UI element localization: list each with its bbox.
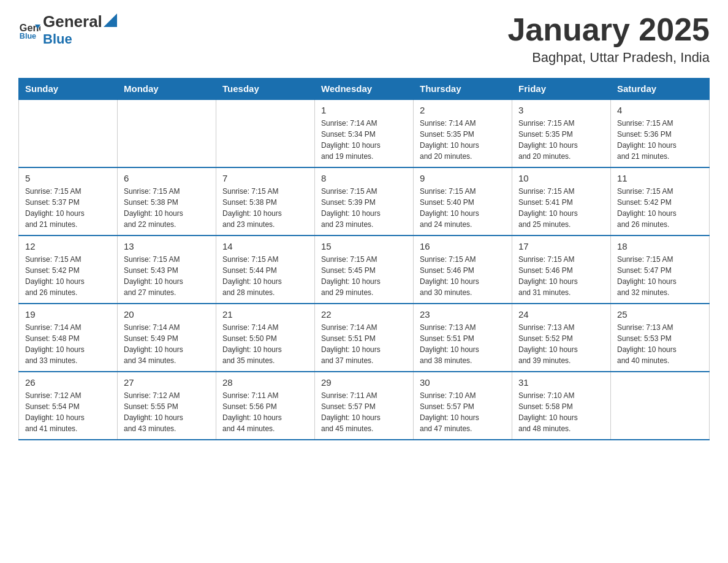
calendar-day-cell: 12Sunrise: 7:15 AM Sunset: 5:42 PM Dayli… xyxy=(19,236,118,304)
logo-icon: General Blue xyxy=(18,19,40,41)
calendar-table: SundayMondayTuesdayWednesdayThursdayFrid… xyxy=(18,78,710,440)
day-info: Sunrise: 7:13 AM Sunset: 5:52 PM Dayligh… xyxy=(518,322,604,366)
calendar-day-cell: 6Sunrise: 7:15 AM Sunset: 5:38 PM Daylig… xyxy=(118,167,216,236)
calendar-header-sunday: Sunday xyxy=(19,79,118,100)
day-number: 19 xyxy=(25,309,111,320)
calendar-day-cell: 4Sunrise: 7:15 AM Sunset: 5:36 PM Daylig… xyxy=(611,99,710,167)
calendar-day-cell xyxy=(216,99,315,167)
day-number: 30 xyxy=(420,377,506,388)
day-info: Sunrise: 7:14 AM Sunset: 5:48 PM Dayligh… xyxy=(25,322,111,366)
day-number: 24 xyxy=(518,309,604,320)
calendar-day-cell: 27Sunrise: 7:12 AM Sunset: 5:55 PM Dayli… xyxy=(118,372,216,440)
calendar-week-row: 1Sunrise: 7:14 AM Sunset: 5:34 PM Daylig… xyxy=(19,99,710,167)
day-number: 14 xyxy=(222,241,308,251)
title-block: January 2025 Baghpat, Uttar Pradesh, Ind… xyxy=(507,12,710,66)
day-info: Sunrise: 7:14 AM Sunset: 5:49 PM Dayligh… xyxy=(124,322,210,366)
day-info: Sunrise: 7:15 AM Sunset: 5:40 PM Dayligh… xyxy=(420,186,506,230)
day-info: Sunrise: 7:10 AM Sunset: 5:58 PM Dayligh… xyxy=(518,390,604,434)
calendar-header-thursday: Thursday xyxy=(414,79,512,100)
day-number: 29 xyxy=(321,377,407,388)
calendar-day-cell: 31Sunrise: 7:10 AM Sunset: 5:58 PM Dayli… xyxy=(512,372,611,440)
calendar-day-cell: 26Sunrise: 7:12 AM Sunset: 5:54 PM Dayli… xyxy=(19,372,118,440)
calendar-header-saturday: Saturday xyxy=(611,79,710,100)
calendar-header-wednesday: Wednesday xyxy=(315,79,414,100)
day-info: Sunrise: 7:15 AM Sunset: 5:38 PM Dayligh… xyxy=(124,186,210,230)
day-number: 6 xyxy=(124,173,210,183)
day-number: 12 xyxy=(25,241,111,251)
calendar-week-row: 12Sunrise: 7:15 AM Sunset: 5:42 PM Dayli… xyxy=(19,236,710,304)
day-info: Sunrise: 7:15 AM Sunset: 5:39 PM Dayligh… xyxy=(321,186,407,230)
day-info: Sunrise: 7:15 AM Sunset: 5:42 PM Dayligh… xyxy=(617,186,703,230)
day-info: Sunrise: 7:11 AM Sunset: 5:57 PM Dayligh… xyxy=(321,390,407,434)
day-number: 18 xyxy=(617,241,703,251)
svg-marker-3 xyxy=(104,13,117,27)
calendar-day-cell: 21Sunrise: 7:14 AM Sunset: 5:50 PM Dayli… xyxy=(216,304,315,372)
calendar-day-cell: 1Sunrise: 7:14 AM Sunset: 5:34 PM Daylig… xyxy=(315,99,414,167)
calendar-day-cell xyxy=(118,99,216,167)
day-number: 21 xyxy=(222,309,308,320)
day-info: Sunrise: 7:15 AM Sunset: 5:46 PM Dayligh… xyxy=(420,254,506,298)
day-number: 15 xyxy=(321,241,407,251)
day-info: Sunrise: 7:13 AM Sunset: 5:51 PM Dayligh… xyxy=(420,322,506,366)
calendar-day-cell: 16Sunrise: 7:15 AM Sunset: 5:46 PM Dayli… xyxy=(414,236,512,304)
day-number: 23 xyxy=(420,309,506,320)
calendar-day-cell: 13Sunrise: 7:15 AM Sunset: 5:43 PM Dayli… xyxy=(118,236,216,304)
calendar-day-cell: 29Sunrise: 7:11 AM Sunset: 5:57 PM Dayli… xyxy=(315,372,414,440)
day-number: 17 xyxy=(518,241,604,251)
day-info: Sunrise: 7:15 AM Sunset: 5:44 PM Dayligh… xyxy=(222,254,308,298)
day-info: Sunrise: 7:15 AM Sunset: 5:38 PM Dayligh… xyxy=(222,186,308,230)
calendar-day-cell: 28Sunrise: 7:11 AM Sunset: 5:56 PM Dayli… xyxy=(216,372,315,440)
calendar-day-cell: 22Sunrise: 7:14 AM Sunset: 5:51 PM Dayli… xyxy=(315,304,414,372)
day-info: Sunrise: 7:15 AM Sunset: 5:45 PM Dayligh… xyxy=(321,254,407,298)
svg-text:Blue: Blue xyxy=(20,32,36,40)
day-number: 13 xyxy=(124,241,210,251)
calendar-day-cell: 25Sunrise: 7:13 AM Sunset: 5:53 PM Dayli… xyxy=(611,304,710,372)
day-info: Sunrise: 7:12 AM Sunset: 5:55 PM Dayligh… xyxy=(124,390,210,434)
calendar-day-cell: 8Sunrise: 7:15 AM Sunset: 5:39 PM Daylig… xyxy=(315,167,414,236)
day-info: Sunrise: 7:10 AM Sunset: 5:57 PM Dayligh… xyxy=(420,390,506,434)
day-number: 5 xyxy=(25,173,111,183)
day-info: Sunrise: 7:15 AM Sunset: 5:37 PM Dayligh… xyxy=(25,186,111,230)
calendar-day-cell: 10Sunrise: 7:15 AM Sunset: 5:41 PM Dayli… xyxy=(512,167,611,236)
calendar-day-cell xyxy=(611,372,710,440)
day-number: 2 xyxy=(420,105,506,115)
day-info: Sunrise: 7:12 AM Sunset: 5:54 PM Dayligh… xyxy=(25,390,111,434)
day-info: Sunrise: 7:15 AM Sunset: 5:35 PM Dayligh… xyxy=(518,118,604,162)
day-info: Sunrise: 7:15 AM Sunset: 5:41 PM Dayligh… xyxy=(518,186,604,230)
day-info: Sunrise: 7:13 AM Sunset: 5:53 PM Dayligh… xyxy=(617,322,703,366)
calendar-day-cell: 20Sunrise: 7:14 AM Sunset: 5:49 PM Dayli… xyxy=(118,304,216,372)
day-number: 22 xyxy=(321,309,407,320)
day-number: 9 xyxy=(420,173,506,183)
calendar-day-cell: 11Sunrise: 7:15 AM Sunset: 5:42 PM Dayli… xyxy=(611,167,710,236)
day-info: Sunrise: 7:15 AM Sunset: 5:47 PM Dayligh… xyxy=(617,254,703,298)
day-info: Sunrise: 7:15 AM Sunset: 5:43 PM Dayligh… xyxy=(124,254,210,298)
day-number: 16 xyxy=(420,241,506,251)
calendar-day-cell: 3Sunrise: 7:15 AM Sunset: 5:35 PM Daylig… xyxy=(512,99,611,167)
day-number: 27 xyxy=(124,377,210,388)
calendar-day-cell: 24Sunrise: 7:13 AM Sunset: 5:52 PM Dayli… xyxy=(512,304,611,372)
calendar-day-cell: 2Sunrise: 7:14 AM Sunset: 5:35 PM Daylig… xyxy=(414,99,512,167)
location-title: Baghpat, Uttar Pradesh, India xyxy=(507,50,710,66)
day-info: Sunrise: 7:14 AM Sunset: 5:50 PM Dayligh… xyxy=(222,322,308,366)
day-number: 3 xyxy=(518,105,604,115)
logo-blue-text: Blue xyxy=(43,31,72,47)
day-info: Sunrise: 7:15 AM Sunset: 5:42 PM Dayligh… xyxy=(25,254,111,298)
calendar-day-cell: 30Sunrise: 7:10 AM Sunset: 5:57 PM Dayli… xyxy=(414,372,512,440)
day-number: 8 xyxy=(321,173,407,183)
day-number: 26 xyxy=(25,377,111,388)
day-info: Sunrise: 7:14 AM Sunset: 5:51 PM Dayligh… xyxy=(321,322,407,366)
logo-general-text: General xyxy=(43,12,102,31)
calendar-day-cell: 14Sunrise: 7:15 AM Sunset: 5:44 PM Dayli… xyxy=(216,236,315,304)
calendar-day-cell: 9Sunrise: 7:15 AM Sunset: 5:40 PM Daylig… xyxy=(414,167,512,236)
calendar-day-cell: 17Sunrise: 7:15 AM Sunset: 5:46 PM Dayli… xyxy=(512,236,611,304)
day-info: Sunrise: 7:15 AM Sunset: 5:46 PM Dayligh… xyxy=(518,254,604,298)
calendar-day-cell: 15Sunrise: 7:15 AM Sunset: 5:45 PM Dayli… xyxy=(315,236,414,304)
day-number: 7 xyxy=(222,173,308,183)
calendar-week-row: 19Sunrise: 7:14 AM Sunset: 5:48 PM Dayli… xyxy=(19,304,710,372)
calendar-day-cell: 7Sunrise: 7:15 AM Sunset: 5:38 PM Daylig… xyxy=(216,167,315,236)
calendar-day-cell: 5Sunrise: 7:15 AM Sunset: 5:37 PM Daylig… xyxy=(19,167,118,236)
page-header: General Blue General Blue January 2025 B… xyxy=(18,12,710,66)
month-title: January 2025 xyxy=(507,12,710,47)
day-number: 20 xyxy=(124,309,210,320)
calendar-day-cell xyxy=(19,99,118,167)
